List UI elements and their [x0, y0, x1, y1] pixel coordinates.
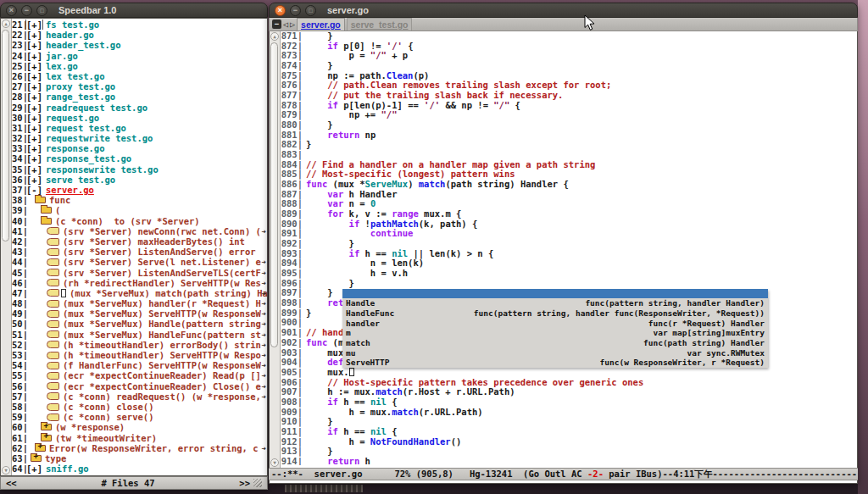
expand-toggle-icon[interactable]: [+]: [26, 19, 42, 30]
code-line[interactable]: 909| h = mux.match(r.URL.Path): [281, 408, 857, 418]
tag-label[interactable]: (ecr *expectContinueReader) Close() e: [63, 381, 261, 391]
file-name[interactable]: lex.go: [46, 61, 78, 71]
speedbar-item[interactable]: 30|[+]request.go: [12, 113, 267, 123]
speedbar-item[interactable]: 64|[+]sniff.go: [12, 463, 267, 474]
file-name[interactable]: response_test.go: [46, 153, 131, 164]
tag-label[interactable]: Error(w ResponseWriter, error string, c: [49, 443, 259, 453]
tag-icon[interactable]: [47, 289, 59, 297]
expand-toggle-icon[interactable]: [+]: [26, 463, 42, 474]
tab-prev-icon[interactable]: ◁: [283, 19, 288, 29]
file-name[interactable]: header_test.go: [46, 40, 121, 50]
tag-label[interactable]: (c *conn) readRequest() (w *response,: [63, 391, 261, 402]
code-area[interactable]: 871| }872| if p[0] != '/' {873| p = "/" …: [281, 31, 857, 465]
speedbar-item[interactable]: 48|(mux *ServeMux) handler(r *Request) H…: [12, 298, 267, 308]
tag-label[interactable]: (: [55, 205, 60, 215]
speedbar-item[interactable]: 26|[+]lex_test.go: [12, 71, 267, 81]
tab-server-go[interactable]: server.go: [297, 18, 345, 31]
speedbar-item[interactable]: 46|(rh *redirectHandler) ServeHTTP(w Res…: [12, 278, 267, 288]
tag-label[interactable]: (mux *ServeMux) ServeHTTP(w ResponseW: [63, 308, 261, 319]
speedbar-item[interactable]: 57|(c *conn) readRequest() (w *response,…: [12, 391, 267, 402]
file-name[interactable]: proxy_test.go: [46, 81, 115, 92]
tag-icon[interactable]: [47, 330, 59, 338]
file-name[interactable]: header.go: [46, 30, 94, 40]
folder-open-icon[interactable]: [41, 207, 52, 214]
tag-label[interactable]: (f HandlerFunc) ServeHTTP(w ResponseW: [63, 360, 261, 370]
tag-icon[interactable]: [47, 414, 59, 421]
tab-next-icon[interactable]: ▷: [290, 19, 295, 29]
expand-toggle-icon[interactable]: [+]: [26, 123, 42, 133]
speedbar-item[interactable]: 43|(srv *Server) ListenAndServe() error: [12, 247, 267, 257]
expand-toggle-icon[interactable]: [+]: [26, 92, 42, 102]
minibuffer[interactable]: [269, 480, 858, 484]
speedbar-scroll-left[interactable]: <<: [6, 478, 17, 488]
completion-item[interactable]: ServeHTTPfunc(w ResponseWriter, r *Reque…: [342, 358, 768, 368]
expand-toggle-icon[interactable]: [+]: [26, 51, 42, 61]
maximize-icon[interactable]: □: [36, 5, 47, 16]
speedbar-item[interactable]: 32|[+]requestwrite_test.go: [12, 133, 267, 143]
speedbar-item[interactable]: 41|(srv *Server) newConn(rwc net.Conn) (…: [12, 226, 267, 236]
speedbar-item[interactable]: 61|(tw *timeoutWriter): [12, 433, 267, 443]
completion-item[interactable]: matchfunc(path string) Handler: [342, 338, 768, 348]
tag-label[interactable]: (c *conn) serve(): [63, 412, 153, 422]
tag-label[interactable]: (mux *ServeMux) HandleFunc(pattern st: [63, 330, 261, 340]
speedbar-item[interactable]: 53|(h *timeoutHandler) ServeHTTP(w Respo…: [12, 350, 267, 360]
code-line[interactable]: 896| }: [281, 279, 857, 289]
file-name[interactable]: request.go: [46, 113, 99, 123]
tag-label[interactable]: (h *timeoutHandler) ServeHTTP(w Respo: [63, 350, 261, 360]
tag-icon[interactable]: [47, 362, 59, 369]
tag-label[interactable]: (mux *ServeMux) match(path string) Ha: [70, 288, 267, 298]
tag-icon[interactable]: [47, 310, 59, 318]
expand-toggle-icon[interactable]: [+]: [26, 164, 42, 175]
speedbar-item[interactable]: 51|(mux *ServeMux) HandleFunc(pattern st…: [12, 330, 267, 340]
speedbar-item[interactable]: 49|(mux *ServeMux) ServeHTTP(w ResponseW…: [12, 308, 267, 319]
file-name[interactable]: server.go: [46, 185, 94, 195]
file-name[interactable]: response.go: [46, 143, 105, 153]
speedbar-item[interactable]: 52|(h *timeoutHandler) errorBody() strin…: [12, 340, 267, 350]
expand-toggle-icon[interactable]: [+]: [26, 61, 42, 71]
expand-toggle-icon[interactable]: [+]: [26, 30, 42, 40]
file-name[interactable]: serve_test.go: [46, 175, 115, 185]
tag-label[interactable]: (mux *ServeMux) handler(r *Request) H: [63, 298, 261, 308]
scroll-up-icon[interactable]: ▲: [2, 19, 10, 28]
tag-label[interactable]: (srv *Server) maxHeaderBytes() int: [63, 236, 245, 247]
tag-label[interactable]: (srv *Server) newConn(rwc net.Conn) (: [63, 226, 261, 236]
close-icon[interactable]: ×: [6, 5, 17, 16]
speedbar-item[interactable]: 45|(srv *Server) ListenAndServeTLS(certF…: [12, 268, 267, 278]
tag-icon[interactable]: [47, 279, 59, 286]
code-line[interactable]: 879| np += "/": [281, 110, 857, 120]
tag-label[interactable]: (c *conn) to (srv *Server): [55, 216, 200, 226]
folder-closed-icon[interactable]: [35, 445, 46, 452]
speedbar-item[interactable]: 31|[+]request_test.go: [12, 123, 267, 133]
tag-label[interactable]: (tw *timeoutWriter): [55, 433, 157, 443]
resize-grip[interactable]: [253, 479, 262, 487]
scrollbar-thumb[interactable]: [2, 30, 9, 241]
speedbar-item[interactable]: 35|[+]responsewrite_test.go: [12, 164, 267, 175]
scroll-up-icon[interactable]: ▲: [270, 32, 279, 41]
expand-toggle-icon[interactable]: [+]: [26, 81, 42, 92]
file-name[interactable]: range_test.go: [46, 92, 115, 102]
folder-closed-icon[interactable]: [41, 424, 52, 430]
tag-icon[interactable]: [47, 258, 59, 266]
editor-content[interactable]: ▲ ▼ 871| }872| if p[0] != '/' {873| p = …: [269, 31, 858, 468]
folder-closed-icon[interactable]: [41, 435, 52, 441]
tag-label[interactable]: (srv *Server) Serve(l net.Listener) e: [63, 257, 261, 267]
folder-open-icon[interactable]: [41, 218, 52, 225]
speedbar-item[interactable]: 56|(ecr *expectContinueReader) Close() e…: [12, 381, 267, 391]
tabbar-minus-button[interactable]: −: [272, 19, 281, 29]
completion-item[interactable]: mvar map[string]muxEntry: [342, 328, 768, 338]
speedbar-item[interactable]: 47|(mux *ServeMux) match(path string) Ha…: [12, 288, 267, 298]
speedbar-item[interactable]: 62|Error(w ResponseWriter, error string,…: [12, 443, 267, 453]
code-line[interactable]: 912| h = NotFoundHandler(): [281, 437, 857, 447]
expand-toggle-icon[interactable]: [+]: [26, 143, 42, 153]
speedbar-item[interactable]: 22|[+]header.go: [12, 30, 267, 40]
speedbar-item[interactable]: 40|(c *conn) to (srv *Server): [12, 216, 267, 226]
speedbar-item[interactable]: 58|(c *conn) close(): [12, 402, 267, 412]
tag-icon[interactable]: [47, 227, 59, 235]
tag-icon[interactable]: [47, 300, 59, 308]
file-name[interactable]: sniff.go: [46, 463, 89, 474]
code-line[interactable]: 891| continue: [281, 229, 857, 239]
tag-label[interactable]: (h *timeoutHandler) errorBody() strin: [63, 340, 261, 350]
speedbar-item[interactable]: 33|[+]response.go: [12, 143, 267, 153]
file-name[interactable]: request_test.go: [46, 123, 126, 133]
tag-icon[interactable]: [47, 320, 59, 328]
